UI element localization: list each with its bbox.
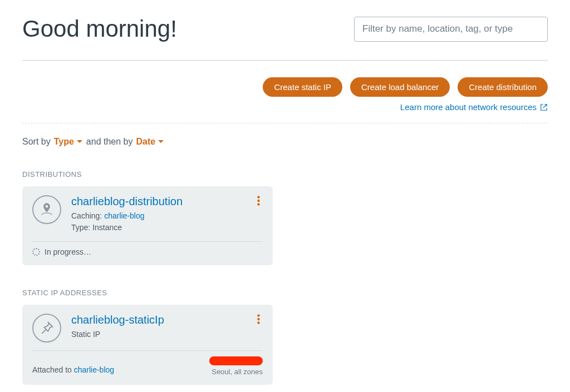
sort-primary-dropdown[interactable]: Type bbox=[54, 137, 83, 147]
sort-secondary-value: Date bbox=[136, 137, 155, 147]
card-menu-button[interactable] bbox=[252, 194, 265, 207]
region-text: Seoul, all zones bbox=[209, 368, 263, 376]
distribution-card[interactable]: charlieblog-distribution Caching: charli… bbox=[22, 186, 273, 265]
chevron-down-icon bbox=[158, 138, 164, 145]
status-text: In progress… bbox=[45, 247, 91, 256]
svg-point-2 bbox=[257, 203, 259, 205]
attached-row: Attached to charlie-blog bbox=[32, 364, 114, 376]
type-value: Instance bbox=[92, 223, 122, 232]
spinner-icon bbox=[32, 248, 40, 256]
svg-point-0 bbox=[257, 196, 259, 198]
create-static-ip-button[interactable]: Create static IP bbox=[263, 77, 342, 97]
svg-point-5 bbox=[257, 321, 259, 324]
network-actions-bar: Create static IP Create load balancer Cr… bbox=[22, 77, 548, 123]
create-buttons-row: Create static IP Create load balancer Cr… bbox=[263, 77, 548, 97]
distribution-icon bbox=[32, 195, 61, 224]
sort-row: Sort by Type and then by Date bbox=[22, 137, 548, 147]
pin-icon bbox=[32, 314, 61, 343]
page-header: Good morning! bbox=[22, 16, 548, 61]
distribution-title-link[interactable]: charlieblog-distribution bbox=[71, 195, 183, 208]
svg-point-4 bbox=[257, 318, 259, 320]
external-link-icon bbox=[540, 103, 548, 111]
distributions-heading: DISTRIBUTIONS bbox=[22, 170, 548, 178]
svg-point-1 bbox=[257, 200, 259, 202]
distribution-meta: Caching: charlie-blog Type: Instance bbox=[71, 210, 183, 234]
caching-label: Caching: bbox=[71, 211, 102, 220]
caching-target-link[interactable]: charlie-blog bbox=[104, 211, 144, 220]
learn-more-label: Learn more about network resources bbox=[400, 102, 537, 112]
create-load-balancer-button[interactable]: Create load balancer bbox=[350, 77, 450, 97]
static-ip-subtitle: Static IP bbox=[71, 329, 164, 340]
static-ip-title-link[interactable]: charlieblog-staticIp bbox=[71, 314, 164, 326]
distribution-status: In progress… bbox=[32, 247, 263, 256]
kebab-icon bbox=[257, 314, 260, 324]
card-menu-button[interactable] bbox=[252, 312, 265, 326]
static-ip-section: STATIC IP ADDRESSES charlieblog-staticIp… bbox=[22, 289, 548, 385]
svg-point-3 bbox=[257, 314, 259, 316]
sort-by-label: Sort by bbox=[22, 137, 51, 147]
chevron-down-icon bbox=[76, 138, 83, 145]
static-ip-heading: STATIC IP ADDRESSES bbox=[22, 289, 548, 297]
filter-input[interactable] bbox=[354, 17, 548, 42]
sort-primary-value: Type bbox=[54, 137, 74, 147]
attached-target-link[interactable]: charlie-blog bbox=[74, 365, 114, 374]
sort-secondary-dropdown[interactable]: Date bbox=[136, 137, 164, 147]
type-label: Type: bbox=[71, 223, 90, 232]
learn-more-link[interactable]: Learn more about network resources bbox=[400, 102, 548, 112]
and-then-by-label: and then by bbox=[86, 137, 133, 147]
attached-label: Attached to bbox=[32, 365, 72, 374]
kebab-icon bbox=[257, 196, 260, 206]
redacted-ip bbox=[209, 356, 263, 365]
greeting-heading: Good morning! bbox=[22, 16, 177, 42]
static-ip-card[interactable]: charlieblog-staticIp Static IP Attached … bbox=[22, 305, 273, 385]
create-distribution-button[interactable]: Create distribution bbox=[458, 77, 548, 97]
distributions-section: DISTRIBUTIONS charlieblog-distribution C… bbox=[22, 170, 548, 265]
